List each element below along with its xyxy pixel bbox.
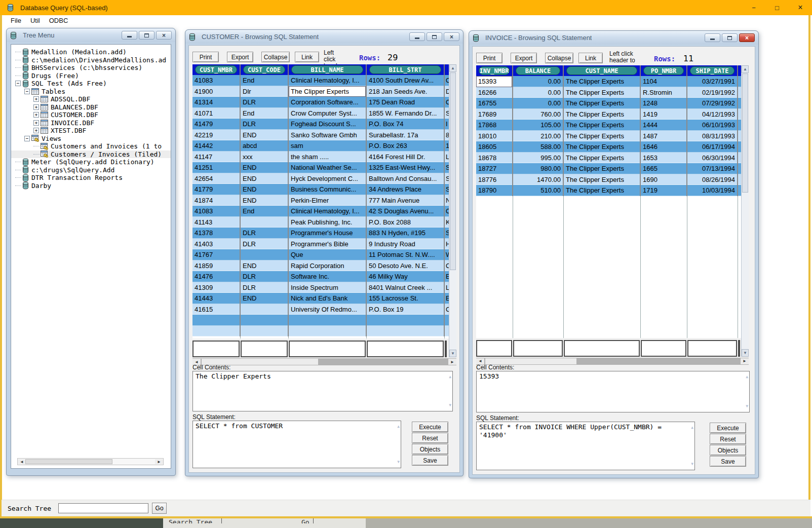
customer-maximize-icon[interactable] — [427, 32, 442, 41]
table-cell[interactable]: 175 Dean Road — [367, 97, 445, 108]
table-cell[interactable]: END — [241, 130, 289, 141]
go-button[interactable]: Go — [152, 503, 167, 514]
table-cell[interactable]: 9 Industry Road — [367, 239, 445, 250]
table-cell[interactable]: 41378 — [192, 228, 241, 239]
table-cell[interactable]: 03/27/1991 — [687, 76, 738, 87]
tree-item-c-drugs-sqlquery-add[interactable]: c:\drugs\SqlQuery.Add — [11, 166, 171, 174]
customer-reset-button[interactable]: Reset — [412, 433, 448, 443]
table-cell[interactable]: 41476 — [192, 271, 241, 282]
table-cell[interactable]: END — [241, 195, 289, 206]
invoice-vertical-scrollbar[interactable]: ▲▼ — [741, 65, 749, 357]
table-cell[interactable]: 02/19/1992 — [687, 87, 738, 98]
table-cell[interactable]: 995.00 — [513, 153, 564, 164]
table-cell[interactable]: The Clipper Experts — [564, 131, 641, 142]
customer-print-button[interactable]: Print — [192, 52, 219, 62]
table-cell[interactable]: Peak Publishing, Inc. — [289, 217, 367, 228]
invoice-cell-contents-box[interactable]: 15393▲▼ — [476, 371, 750, 412]
table-cell[interactable]: 41615 — [192, 304, 241, 315]
tree-item-views[interactable]: −Views — [11, 135, 171, 143]
table-cell[interactable]: 155 Lacrosse St. — [367, 293, 445, 304]
table-cell[interactable]: 760.00 — [513, 109, 564, 120]
expand-plus-icon[interactable]: + — [33, 96, 39, 102]
table-cell[interactable]: 18010 — [476, 131, 513, 142]
table-cell[interactable]: 1419 — [641, 109, 687, 120]
tree-window-titlebar[interactable]: Tree Menu × — [7, 28, 175, 42]
invoice-objects-button[interactable]: Objects — [710, 445, 746, 456]
expand-plus-icon[interactable]: + — [33, 120, 39, 126]
customer-column-header-bill_strt[interactable]: BILL_STRT — [367, 64, 445, 75]
invoice-column-header-ship_date[interactable]: SHIP_DATE — [687, 65, 738, 76]
tree-item-xtest-dbf[interactable]: +XTEST.DBF — [11, 127, 171, 135]
invoice-window-titlebar[interactable]: INVOICE - Browsing SQL Statement × — [469, 31, 758, 45]
menu-item-util[interactable]: Util — [26, 16, 45, 25]
table-cell[interactable]: 218 Jan Seeds Ave. — [367, 86, 445, 97]
table-cell[interactable]: 08/31/1993 — [687, 131, 738, 142]
invoice-print-button[interactable]: Print — [476, 53, 502, 63]
customer-column-header-bill_name[interactable]: BILL_NAME — [289, 64, 367, 75]
table-cell[interactable]: 210.00 — [513, 131, 564, 142]
table-cell[interactable]: 42219 — [192, 130, 241, 141]
table-cell[interactable] — [241, 304, 289, 315]
table-cell[interactable]: 16266 — [476, 87, 513, 98]
table-cell[interactable]: 41442 — [192, 140, 241, 152]
customer-export-button[interactable]: Export — [227, 52, 253, 62]
table-cell[interactable]: 1665 — [641, 163, 687, 174]
collapse-minus-icon[interactable]: − — [24, 89, 30, 94]
table-cell[interactable]: P.O. Box 2088 — [367, 217, 445, 228]
table-cell[interactable]: 11 Potomac St. N.W.... — [367, 249, 445, 260]
customer-execute-button[interactable]: Execute — [412, 422, 448, 432]
table-cell[interactable]: 18790 — [476, 185, 513, 196]
table-cell[interactable]: The Clipper Experts — [564, 174, 641, 185]
table-cell[interactable]: P.O. Box 19 — [367, 304, 445, 315]
tree-item-adssql-dbf[interactable]: +ADSSQL.DBF — [11, 95, 171, 103]
tree-horizontal-scrollbar[interactable]: ◄ ► — [17, 458, 164, 465]
table-cell[interactable]: 1487 — [641, 131, 687, 142]
table-cell[interactable]: Hyck Development C... — [289, 173, 367, 184]
customer-link-button[interactable]: Link — [295, 52, 319, 62]
invoice-column-header-balance[interactable]: BALANCE — [513, 65, 564, 76]
table-cell[interactable]: DLR — [241, 271, 289, 282]
table-cell[interactable] — [367, 326, 445, 337]
tree-item-invoice-dbf[interactable]: +INVOICE.DBF — [11, 119, 171, 127]
maximize-icon[interactable]: □ — [765, 0, 789, 15]
table-cell[interactable]: End — [241, 75, 289, 86]
table-cell[interactable]: National Weather Se... — [289, 162, 367, 173]
table-cell[interactable]: The Clipper Experts — [564, 98, 641, 109]
invoice-column-header-cust_name[interactable]: CUST_NAME — [564, 65, 641, 76]
table-cell[interactable] — [367, 315, 445, 326]
tree-close-icon[interactable]: × — [156, 31, 172, 40]
tree-item-customers-and-invoices-1-to[interactable]: Customers and Invoices (1 to — [11, 142, 171, 150]
scroll-right-icon[interactable]: ► — [741, 358, 749, 364]
table-cell[interactable]: 17868 — [476, 120, 513, 131]
table-cell[interactable]: 34 Andrews Place — [367, 184, 445, 195]
table-cell[interactable]: the sham ..... — [289, 152, 367, 163]
table-cell[interactable]: 41479 — [192, 119, 241, 130]
tree-item-drugs-free[interactable]: Drugs (Free) — [11, 72, 171, 80]
tree-maximize-icon[interactable] — [139, 31, 154, 40]
edit-cell[interactable] — [289, 341, 366, 357]
table-cell[interactable]: 1248 — [641, 98, 687, 109]
table-cell[interactable]: 41900 — [192, 86, 241, 97]
table-cell[interactable]: 41309 — [192, 282, 241, 293]
table-cell[interactable]: Corporation Software... — [289, 97, 367, 108]
table-cell[interactable]: 41403 — [192, 239, 241, 250]
table-cell[interactable]: 50 Desoto Ave. N.E. — [367, 260, 445, 272]
table-cell[interactable]: Surabellastr. 17a — [367, 130, 445, 141]
customer-horizontal-scrollbar[interactable]: ◄► — [192, 358, 456, 365]
table-cell[interactable]: Nick and Ed's Bank — [289, 293, 367, 304]
table-cell[interactable]: Que — [289, 249, 367, 260]
scroll-down-icon[interactable]: ▼ — [742, 349, 749, 357]
minimize-icon[interactable]: − — [742, 0, 765, 15]
table-cell[interactable]: 1104 — [641, 76, 687, 87]
collapse-minus-icon[interactable]: − — [24, 136, 30, 141]
tree-item-balances-dbf[interactable]: +BALANCES.DBF — [11, 103, 171, 111]
invoice-column-header-po_nmbr[interactable]: PO_NMBR — [641, 65, 687, 76]
table-cell[interactable] — [192, 326, 241, 337]
expand-plus-icon[interactable]: + — [33, 104, 39, 110]
table-cell[interactable] — [192, 315, 241, 326]
invoice-execute-button[interactable]: Execute — [710, 423, 746, 433]
table-cell[interactable]: 777 Main Avenue — [367, 195, 445, 206]
table-cell[interactable] — [241, 249, 289, 260]
table-cell[interactable]: 4164 Forest Hill Dr. — [367, 152, 445, 163]
invoice-column-header-inv_nmbr[interactable]: INV_NMBR — [476, 65, 513, 76]
